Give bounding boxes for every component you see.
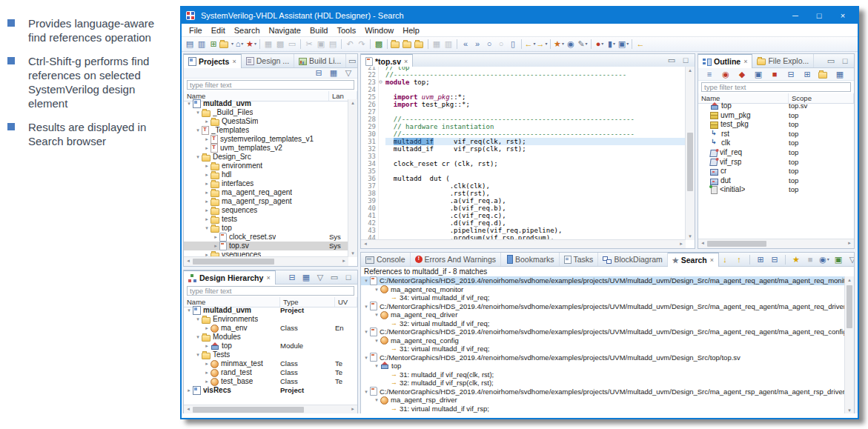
code-line[interactable]: 42 .d(vif_req.d), [361,219,686,227]
view-menu-button[interactable]: ▽ [847,254,855,265]
expander-icon[interactable]: ▸ [203,215,211,224]
code-line[interactable]: 37 .clk(clk), [361,182,686,190]
search-button[interactable]: ★▾ [553,39,565,50]
expand-all-button[interactable]: ⊞ [755,254,766,265]
search-result-row[interactable]: →31: virtual multadd_if vif_rsp; [361,405,845,413]
redo-button[interactable]: ↷ [356,39,368,50]
tab-close-icon[interactable]: × [404,58,408,65]
expander-icon[interactable]: ▾ [185,99,193,108]
view-menu-button[interactable]: ▽ [314,272,326,283]
expand-all-button[interactable]: ⊞ [801,69,813,80]
tab-console[interactable]: Console [361,253,411,266]
code-line[interactable]: 29 // hardware instantiation [361,123,686,130]
expander-icon[interactable]: ▸ [203,377,211,386]
collapse-all-button[interactable]: ⊟ [313,67,325,79]
tree-row[interactable]: ▸uvm_templates_v2 [184,144,348,153]
tab-design[interactable]: Design ... [242,54,294,67]
new-design-button[interactable]: ▤ [184,39,196,50]
tab-close-icon[interactable]: × [743,58,747,65]
undo-button[interactable]: ↶ [344,39,356,50]
expander-icon[interactable]: ▾ [362,388,370,396]
close-button[interactable]: × [832,8,853,23]
print-button[interactable]: ▭ [286,39,298,50]
tab-outline[interactable]: Outline× [698,54,752,68]
outline-row[interactable]: uvm_pkgtop [698,111,854,121]
maximize-button[interactable]: □ [839,56,851,67]
expander-icon[interactable]: ▾ [194,315,202,324]
link-with-editor-button[interactable]: ▦ [834,69,846,80]
forward-button[interactable]: →▾ [536,39,548,50]
table-view-button[interactable]: ▦ [431,39,443,50]
task-button[interactable]: ▣▾ [617,39,629,50]
outline-row[interactable]: crtop [698,167,854,176]
copy-button[interactable]: ▣ [315,39,327,50]
minimize-button[interactable]: ▭ [328,272,340,283]
collapse-all-button[interactable]: ⊟ [785,69,797,80]
tree-row[interactable]: ▸clock_reset.svSys [184,233,348,242]
code-line[interactable]: 43 .pipeline(vif_req.pipeline), [361,227,686,234]
filter-signals-button[interactable]: ◆ [736,69,748,80]
expander-icon[interactable]: ▾ [185,306,193,315]
expander-icon[interactable]: ▸ [212,233,219,242]
code-line[interactable]: 25 import uvm_pkg::*; [361,93,686,101]
previous-searches-button[interactable]: ◉▾ [818,254,830,265]
open-upstream-button[interactable] [402,39,414,50]
pin-search-view-button[interactable]: ▣ [832,254,844,265]
expander-icon[interactable]: ▾ [194,126,202,135]
search-result-row[interactable]: ▾C:/MentorGraphics/HDS_2019.4/renoirhome… [361,302,845,311]
browse-button[interactable]: ◉ [565,39,577,50]
projects-vscrollbar[interactable]: ▴▾ [348,99,357,257]
outline-row[interactable]: vif_reqtop [698,148,854,158]
tree-row[interactable]: ▸tests [184,215,348,224]
tree-row[interactable]: ▾multadd_uvm [184,99,348,108]
save-button[interactable]: ▦ [262,39,274,50]
show-previous-match-button[interactable]: ↑ [733,254,745,265]
tab-top-sv[interactable]: *top.sv× [361,54,413,67]
search-result-row[interactable]: ▾C:/MentorGraphics/HDS_2019.4/renoirhome… [361,276,845,285]
menu-navigate[interactable]: Navigate [265,26,305,35]
link-with-editor-button[interactable]: ▦ [328,67,339,79]
new-item-button[interactable]: ⊞ [208,39,219,50]
tree-row[interactable]: ▸visRecsProject [184,386,357,395]
outline-hscrollbar[interactable]: ◂▸ [698,239,854,248]
expander-icon[interactable]: ▾ [203,224,211,233]
code-line[interactable]: 24 [361,86,686,93]
tab-close-icon[interactable]: × [710,256,714,264]
outline-row[interactable]: toptop.sv [698,102,854,111]
expander-icon[interactable]: ▾ [194,333,202,342]
expander-icon[interactable]: ▾ [373,362,380,370]
expander-icon[interactable]: ▸ [203,197,211,206]
expander-icon[interactable]: ▸ [203,206,211,215]
code-line[interactable]: 33 [361,153,686,160]
menu-edit[interactable]: Edit [207,26,230,35]
minimize-button[interactable]: ▭ [666,55,677,66]
expander-icon[interactable]: ▾ [373,285,380,294]
back-button[interactable]: ←▾ [524,39,536,50]
expander-icon[interactable]: ▸ [203,135,211,144]
tree-row[interactable]: ▾Tests [184,350,357,359]
tab-errors-and-warnings[interactable]: Errors And Warnings [411,253,501,266]
wizards-button[interactable]: ★▾ [245,39,257,50]
open-downstream-button[interactable] [390,39,402,50]
outline-row[interactable]: rsttop [698,130,854,139]
menu-tools[interactable]: Tools [332,26,360,35]
filter-ports-button[interactable]: ◉ [720,69,732,80]
expander-icon[interactable]: ▾ [362,353,370,362]
search-result-row[interactable]: ▾C:/MentorGraphics/HDS_2019.4/renoirhome… [361,327,845,336]
code-line[interactable]: 26 import test_pkg::*; [361,101,686,108]
generate-button[interactable]: ▩ [373,39,385,50]
search-result-row[interactable]: ▾ma_agent_rsp_driver [361,396,845,405]
collapse-all-button[interactable]: ⊟ [769,254,781,265]
view-menu-button[interactable]: ▽ [342,67,354,79]
new-document-button[interactable]: ▥ [196,39,208,50]
code-line[interactable]: 22 //-----------------------------------… [361,71,686,79]
uncomment-button[interactable]: ○ [495,39,507,50]
tab-tasks[interactable]: Tasks [560,253,599,266]
breakpoint-button[interactable]: ●▾ [594,39,606,50]
new-project-button[interactable]: ⌂▾ [233,39,245,50]
expander-icon[interactable]: ▸ [203,342,211,350]
expander-icon[interactable]: ▾ [362,276,370,285]
projects-filter-input[interactable] [187,80,354,90]
code-line[interactable]: 36 multadd dut ( [361,175,686,182]
menu-window[interactable]: Window [360,26,398,35]
